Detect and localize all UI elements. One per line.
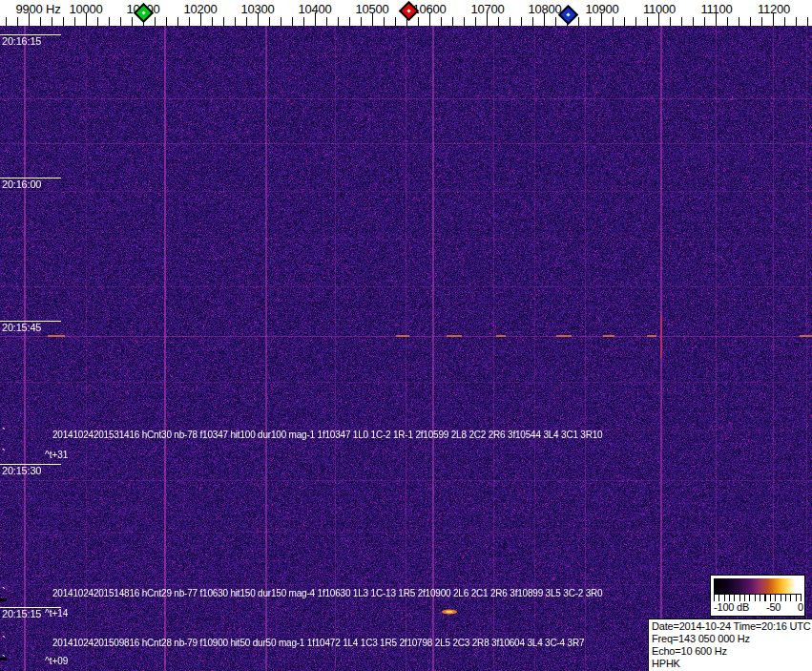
frequency-tick-label: 11000	[643, 2, 676, 16]
detection-log-line: 20141024201514816 hCnt29 nb-77 f10630 hi…	[52, 588, 602, 598]
ruler-minor-tick	[292, 17, 293, 26]
ruler-minor-tick	[555, 17, 556, 26]
ruler-minor-tick	[624, 17, 625, 26]
time-tick-label: 20:15:45	[2, 322, 41, 333]
info-date-line: Date=2014-10-24 Time=20:16 UTC	[652, 620, 812, 633]
time-tick-label: 20:16:00	[2, 178, 41, 190]
ruler-minor-tick	[120, 17, 121, 26]
ruler-minor-tick	[693, 17, 694, 26]
ruler-minor-tick	[109, 17, 110, 26]
ruler-minor-tick	[521, 17, 522, 26]
edge-event-tick: `	[2, 586, 6, 599]
frequency-tick-label: 11100	[700, 2, 732, 16]
ruler-minor-tick	[750, 17, 751, 26]
ruler-minor-tick	[246, 17, 247, 26]
info-echo-line: Echo=10 600 Hz	[652, 645, 812, 658]
ruler-minor-tick	[681, 17, 682, 26]
ruler-minor-tick	[784, 17, 785, 26]
spectrogram-waterfall-canvas[interactable]	[0, 26, 812, 671]
frequency-tick-label: 10200	[183, 2, 217, 16]
edge-event-tick: `	[2, 448, 6, 461]
ruler-minor-tick	[303, 17, 304, 26]
ruler-minor-tick	[63, 17, 64, 26]
status-info-box: Date=2014-10-24 Time=20:16 UTC Freq=143 …	[648, 619, 812, 671]
frequency-tick-label: 11200	[758, 2, 790, 16]
ruler-minor-tick	[395, 17, 396, 26]
frequency-tick-label: 10500	[355, 2, 388, 16]
ruler-minor-tick	[635, 17, 636, 26]
info-freq-line: Freq=143 050 000 Hz	[652, 633, 812, 645]
ruler-minor-tick	[338, 17, 339, 26]
ruler-minor-tick	[739, 17, 739, 26]
ruler-minor-tick	[590, 17, 591, 26]
time-tick-label: 20:15:30	[2, 465, 41, 476]
ruler-minor-tick	[349, 17, 350, 26]
ruler-minor-tick	[361, 17, 362, 26]
ruler-minor-tick	[796, 17, 797, 26]
ruler-minor-tick	[510, 17, 510, 26]
frequency-tick-label: 10400	[298, 2, 331, 16]
ruler-minor-tick	[52, 17, 52, 26]
detection-time-offset-label: ^t+14	[45, 608, 68, 619]
ruler-minor-tick	[177, 17, 178, 26]
ruler-minor-tick	[269, 17, 270, 26]
db-scale-ticks	[714, 594, 802, 601]
db-gradient-bar	[714, 578, 802, 594]
frequency-tick-label: 10300	[240, 2, 274, 16]
ruler-minor-tick	[189, 17, 190, 26]
ruler-minor-tick	[97, 17, 98, 26]
frequency-ruler[interactable]: 9900 Hz100001010010200103001040010500106…	[0, 0, 812, 26]
frequency-tick-label: 10800	[528, 2, 561, 16]
ruler-minor-tick	[613, 17, 614, 26]
ruler-minor-tick	[281, 17, 281, 26]
ruler-minor-tick	[807, 17, 808, 26]
ruler-minor-tick	[418, 17, 419, 26]
time-tick-label: 20:15:15	[2, 608, 41, 619]
detection-log-line: 20141024201509816 hCnt28 nb-79 f10900 hi…	[52, 638, 584, 648]
db-label-min: -100 dB	[714, 601, 749, 614]
ruler-minor-tick	[441, 17, 442, 26]
ruler-minor-tick	[452, 17, 453, 26]
ruler-minor-tick	[647, 17, 648, 26]
detection-time-offset-label: ^t+31	[45, 450, 68, 460]
ruler-minor-tick	[498, 17, 499, 26]
ruler-minor-tick	[727, 17, 728, 26]
ruler-minor-tick	[132, 17, 133, 26]
ruler-minor-tick	[212, 17, 213, 26]
ruler-minor-tick	[704, 17, 705, 26]
db-scale-labels: -100 dB -50 0	[714, 601, 803, 614]
edge-event-tick: `	[2, 654, 6, 667]
frequency-tick-label: 10700	[470, 2, 504, 16]
ruler-minor-tick	[670, 17, 671, 26]
ruler-minor-tick	[326, 17, 327, 26]
frequency-tick-label: 9900 Hz	[15, 2, 60, 16]
detection-time-offset-label: ^t+09	[45, 656, 68, 666]
ruler-minor-tick	[6, 17, 7, 26]
ruler-minor-tick	[155, 17, 156, 26]
ruler-minor-tick	[532, 17, 533, 26]
ruler-minor-tick	[74, 17, 75, 26]
ruler-minor-tick	[384, 17, 385, 26]
db-label-mid: -50	[766, 601, 781, 614]
detection-log-line: 20141024201531416 hCnt30 nb-78 f10347 hi…	[52, 430, 602, 440]
edge-event-tick: `	[2, 427, 6, 440]
spectrogram-window: 9900 Hz100001010010200103001040010500106…	[0, 0, 812, 671]
frequency-tick-label: 10900	[585, 2, 618, 16]
db-label-max: 0	[798, 601, 803, 614]
ruler-minor-tick	[578, 17, 579, 26]
ruler-minor-tick	[17, 17, 18, 26]
ruler-minor-tick	[475, 17, 476, 26]
edge-event-tick: `	[2, 635, 6, 648]
ruler-minor-tick	[166, 17, 167, 26]
ruler-minor-tick	[40, 17, 41, 26]
time-tick-label: 20:16:15	[2, 35, 41, 47]
ruler-minor-tick	[761, 17, 762, 26]
ruler-minor-tick	[235, 17, 236, 26]
ruler-minor-tick	[464, 17, 465, 26]
frequency-tick-label: 10000	[69, 2, 102, 16]
info-station-line: HPHK	[652, 658, 812, 670]
db-scale-panel: -100 dB -50 0	[710, 575, 805, 617]
ruler-minor-tick	[223, 17, 224, 26]
